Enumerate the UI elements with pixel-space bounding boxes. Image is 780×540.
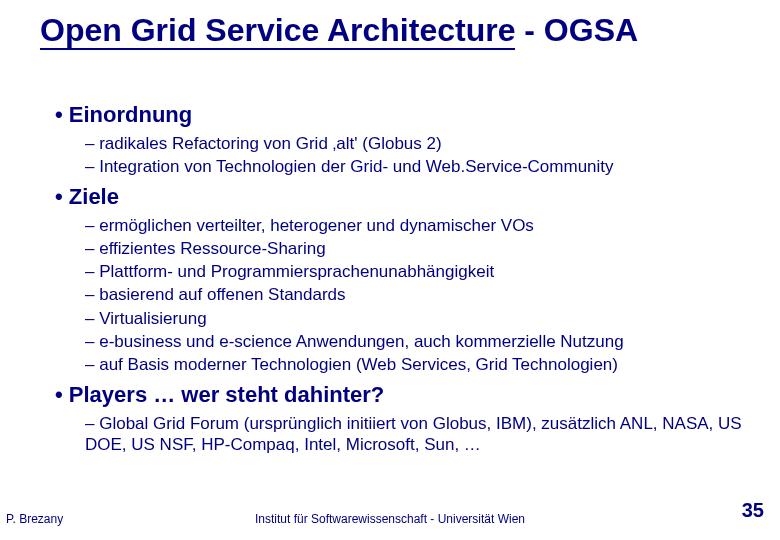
footer-institute: Institut für Softwarewissenschaft - Univ… — [0, 512, 780, 526]
bullet-item: Virtualisierung — [85, 308, 770, 329]
bullet-item: radikales Refactoring von Grid ‚alt' (Gl… — [85, 133, 770, 154]
section-heading: Ziele — [55, 183, 770, 211]
section-heading: Einordnung — [55, 101, 770, 129]
footer-page-number: 35 — [742, 499, 764, 522]
bullet-item: basierend auf offenen Standards — [85, 284, 770, 305]
section-heading: Players … wer steht dahinter? — [55, 381, 770, 409]
bullet-item: auf Basis moderner Technologien (Web Ser… — [85, 354, 770, 375]
slide: Open Grid Service Architecture - OGSA Ei… — [0, 0, 780, 540]
bullet-item: Integration von Technologien der Grid- u… — [85, 156, 770, 177]
bullet-item: Plattform- und Programmiersprachenunabhä… — [85, 261, 770, 282]
bullet-item: Global Grid Forum (ursprünglich initiier… — [85, 413, 770, 456]
bullet-item: effizientes Ressource-Sharing — [85, 238, 770, 259]
slide-title: Open Grid Service Architecture - OGSA — [40, 12, 760, 49]
bullet-item: e-business und e-science Anwendungen, au… — [85, 331, 770, 352]
title-rest: - OGSA — [515, 12, 638, 48]
title-underlined: Open Grid Service Architecture — [40, 12, 515, 50]
bullet-item: ermöglichen verteilter, heterogener und … — [85, 215, 770, 236]
slide-body: Einordnung radikales Refactoring von Gri… — [55, 95, 770, 457]
